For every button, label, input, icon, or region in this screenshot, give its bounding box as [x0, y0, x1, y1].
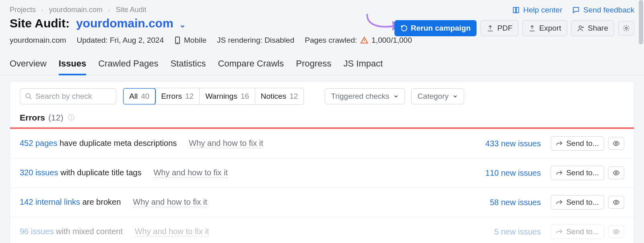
tab-statistics[interactable]: Statistics: [170, 58, 206, 75]
svg-point-5: [26, 93, 30, 98]
chevron-right-icon: ›: [108, 7, 110, 13]
chevron-down-icon: [393, 93, 399, 99]
svg-point-1: [579, 26, 582, 28]
section-header: Errors (12) ⓘ: [10, 113, 634, 127]
project-selector[interactable]: yourdomain.com ⌄: [76, 17, 186, 30]
search-placeholder: Search by check: [35, 92, 92, 101]
segment-errors[interactable]: Errors 12: [155, 88, 200, 104]
share-label: Share: [588, 24, 608, 33]
issue-row: 452 pages have duplicate meta descriptio…: [10, 129, 634, 158]
eye-icon: [612, 228, 621, 235]
category-dropdown[interactable]: Category: [411, 88, 464, 104]
share-arrow-icon: [556, 199, 563, 206]
send-to-button[interactable]: Send to...: [551, 136, 604, 151]
hide-button[interactable]: [608, 196, 624, 209]
tab-issues[interactable]: Issues: [59, 58, 87, 75]
upload-icon: [528, 25, 536, 32]
segment-warnings[interactable]: Warnings 16: [200, 88, 255, 104]
meta-pages-crawled: Pages crawled: 1,000/1,000: [305, 36, 412, 45]
meta-updated: Updated: Fri, Aug 2, 2024: [76, 36, 164, 45]
chevron-down-icon: [452, 93, 458, 99]
svg-point-6: [615, 143, 617, 145]
new-issues-link[interactable]: 58 new issues: [490, 198, 541, 207]
why-how-link[interactable]: Why and how to fix it: [153, 168, 228, 178]
issue-row: 142 internal links are broken Why and ho…: [10, 188, 634, 217]
section-count: (12): [48, 113, 63, 123]
settings-button[interactable]: [618, 21, 634, 35]
info-icon[interactable]: ⓘ: [68, 114, 74, 122]
search-icon: [25, 93, 32, 100]
help-center-link[interactable]: Help center: [512, 6, 562, 15]
tab-compare-crawls[interactable]: Compare Crawls: [218, 58, 284, 75]
gear-icon: [623, 25, 630, 32]
issue-text[interactable]: 452 pages have duplicate meta descriptio…: [20, 139, 177, 148]
segment-notices[interactable]: Notices 12: [255, 88, 304, 104]
send-to-button[interactable]: Send to...: [551, 195, 604, 210]
issue-text[interactable]: 96 issues with mixed content: [20, 227, 123, 236]
export-button[interactable]: Export: [522, 20, 567, 36]
issue-text[interactable]: 320 issues with duplicate title tags: [20, 168, 141, 177]
eye-icon: [612, 199, 621, 206]
chevron-right-icon: ›: [41, 7, 43, 13]
rerun-campaign-button[interactable]: Rerun campaign: [394, 20, 477, 36]
meta-device: Mobile: [174, 36, 206, 45]
page-title: Site Audit: yourdomain.com ⌄: [10, 17, 186, 30]
search-input[interactable]: Search by check: [20, 88, 116, 104]
tab-overview[interactable]: Overview: [10, 58, 47, 75]
send-feedback-label: Send feedback: [583, 6, 634, 15]
share-button[interactable]: Share: [571, 20, 614, 36]
hide-button[interactable]: [608, 137, 624, 150]
breadcrumb-item[interactable]: Projects: [10, 6, 36, 14]
svg-point-8: [615, 201, 617, 204]
why-how-link[interactable]: Why and how to fix it: [135, 227, 209, 237]
new-issues-link[interactable]: 5 new issues: [494, 227, 541, 237]
issues-panel: Search by check All 40 Errors 12 Warning…: [10, 81, 634, 243]
svg-point-9: [615, 231, 617, 233]
new-issues-link[interactable]: 110 new issues: [485, 168, 541, 178]
tab-progress[interactable]: Progress: [296, 58, 331, 75]
svg-point-7: [615, 172, 617, 174]
eye-icon: [612, 169, 621, 177]
mobile-icon: [174, 36, 181, 44]
chevron-down-icon: ⌄: [179, 20, 186, 29]
chat-icon: [572, 6, 580, 14]
share-arrow-icon: [556, 140, 563, 147]
section-name: Errors: [20, 113, 45, 123]
help-center-label: Help center: [523, 6, 562, 15]
severity-filter: All 40 Errors 12 Warnings 16 Notices 12: [123, 88, 304, 105]
new-issues-link[interactable]: 433 new issues: [485, 139, 541, 148]
add-user-icon: [577, 25, 584, 32]
export-label: Export: [539, 24, 561, 33]
meta-domain: yourdomain.com: [10, 36, 66, 45]
share-arrow-icon: [556, 169, 563, 177]
warning-triangle-icon: [360, 36, 368, 44]
share-arrow-icon: [556, 228, 563, 235]
scrollbar-thumb[interactable]: [639, 0, 643, 44]
svg-point-2: [625, 27, 627, 29]
issue-text[interactable]: 142 internal links are broken: [20, 197, 121, 207]
page-title-label: Site Audit:: [10, 17, 70, 30]
tab-js-impact[interactable]: JS Impact: [343, 58, 383, 75]
why-how-link[interactable]: Why and how to fix it: [133, 197, 207, 207]
hide-button[interactable]: [608, 225, 624, 238]
issue-row: 96 issues with mixed content Why and how…: [10, 217, 634, 243]
why-how-link[interactable]: Why and how to fix it: [189, 139, 263, 148]
triggered-checks-dropdown[interactable]: Triggered checks: [325, 88, 405, 104]
pdf-button[interactable]: PDF: [481, 20, 518, 36]
upload-icon: [487, 25, 494, 32]
rerun-label: Rerun campaign: [411, 24, 471, 33]
send-to-button[interactable]: Send to...: [551, 166, 604, 180]
send-feedback-link[interactable]: Send feedback: [572, 6, 634, 15]
issue-row: 320 issues with duplicate title tags Why…: [10, 158, 634, 188]
book-icon: [512, 6, 520, 14]
send-to-button[interactable]: Send to...: [551, 224, 604, 239]
segment-all[interactable]: All 40: [123, 88, 156, 105]
pdf-label: PDF: [497, 24, 512, 33]
svg-point-4: [178, 42, 178, 43]
breadcrumb-item[interactable]: yourdomain.com: [49, 6, 103, 14]
breadcrumb-item[interactable]: Site Audit: [116, 6, 146, 14]
tab-crawled-pages[interactable]: Crawled Pages: [98, 58, 158, 75]
tabs: Overview Issues Crawled Pages Statistics…: [0, 45, 644, 75]
refresh-icon: [400, 25, 408, 32]
hide-button[interactable]: [608, 166, 624, 179]
